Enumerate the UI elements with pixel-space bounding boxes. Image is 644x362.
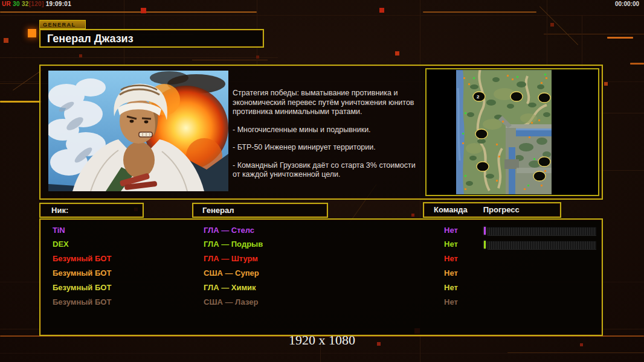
player-nick: Безумный БОТ	[53, 266, 111, 281]
circuit-square	[604, 82, 608, 86]
player-team: Нет	[444, 237, 458, 252]
loading-screen: UR 30 32[120] 19:09:01 00:00:00 GENERAL …	[0, 0, 644, 362]
minimap-panel: 2	[425, 68, 599, 196]
progress-tick	[484, 227, 486, 235]
circuit-line	[0, 353, 644, 354]
circuit-square	[28, 29, 36, 37]
minimap: 2	[456, 70, 552, 194]
strategy-paragraph: Стратегия победы: выматывание противника…	[233, 89, 421, 117]
player-nick: Безумный БОТ	[53, 295, 111, 310]
circuit-trace	[630, 63, 644, 65]
player-row: Безумный БОТ США — Лазер Нет	[40, 295, 602, 310]
column-header-team-label: Команда	[434, 205, 468, 214]
progress-track	[488, 241, 596, 250]
portrait-illustration	[48, 71, 228, 191]
debug-value-1: 30	[13, 1, 20, 7]
general-info-panel: Стратегия победы: выматывание противника…	[39, 65, 603, 200]
debug-readout: UR 30 32[120] 19:09:01	[2, 1, 71, 7]
player-general: ГЛА — Подрыв	[204, 237, 263, 252]
debug-bracket: [120]	[29, 1, 44, 7]
debug-ur: UR	[2, 1, 11, 7]
player-nick: TiN	[53, 223, 65, 238]
player-general: США — Супер	[204, 266, 259, 281]
circuit-square	[395, 51, 399, 56]
player-team: Нет	[444, 266, 458, 281]
general-portrait	[48, 71, 228, 191]
strategy-paragraph: - Командный Грузовик даёт со старта 3% с…	[233, 161, 421, 180]
player-general: ГЛА — Штурм	[204, 252, 258, 266]
strategy-description: Стратегия победы: выматывание противника…	[233, 89, 421, 188]
player-general: США — Лазер	[204, 295, 258, 310]
progress-tick	[484, 241, 486, 249]
circuit-diagonal	[13, 69, 43, 91]
player-nick: Безумный БОТ	[53, 252, 111, 266]
page-title: Генерал Джазиз	[40, 30, 263, 45]
circuit-diagonal	[539, 6, 578, 45]
player-team: Нет	[444, 281, 458, 295]
circuit-square	[411, 214, 414, 217]
column-header-team-progress: КомандаПрогресс	[423, 202, 561, 218]
circuit-trace	[607, 37, 633, 39]
circuit-trace	[0, 11, 257, 13]
player-row: TiN ГЛА — Стелс Нет	[40, 223, 602, 238]
progress-track	[488, 227, 596, 236]
player-row: Безумный БОТ ГЛА — Химик Нет	[40, 281, 602, 295]
circuit-trace	[0, 101, 41, 103]
player-team: Нет	[444, 295, 458, 310]
circuit-square	[79, 54, 82, 57]
circuit-line	[0, 57, 278, 58]
player-team: Нет	[444, 252, 458, 266]
player-row: Безумный БОТ США — Супер Нет	[40, 266, 602, 281]
resolution-label: 1920 x 1080	[0, 332, 644, 348]
player-nick: DEX	[53, 237, 69, 252]
general-title-box: Генерал Джазиз	[39, 29, 264, 48]
circuit-square	[141, 8, 146, 13]
circuit-square	[4, 38, 8, 43]
debug-value-2: 32	[22, 1, 29, 7]
player-row: Безумный БОТ ГЛА — Штурм Нет	[40, 252, 602, 266]
general-tab-label: GENERAL	[39, 20, 86, 29]
minimap-start-marker: 2	[477, 94, 480, 100]
circuit-trace	[507, 352, 644, 353]
column-header-general: Генерал	[192, 203, 328, 218]
circuit-line	[547, 0, 547, 66]
column-header-general-label: Генерал	[202, 206, 234, 215]
circuit-square	[379, 8, 384, 13]
strategy-paragraph: - Многочисленные мины и подрывники.	[233, 125, 421, 135]
column-header-progress-label: Прогресс	[483, 203, 520, 217]
debug-clock: 19:09:01	[46, 1, 71, 7]
player-general: ГЛА — Химик	[204, 281, 256, 295]
player-row: DEX ГЛА — Подрыв Нет	[40, 237, 602, 252]
circuit-trace	[423, 11, 536, 13]
circuit-square	[256, 56, 259, 59]
circuit-line	[544, 34, 644, 34]
column-header-nick: Ник:	[39, 203, 144, 218]
player-general: ГЛА — Стелс	[204, 223, 254, 238]
strategy-paragraph: - БТР-50 Инженер минирует территории.	[233, 143, 421, 153]
column-header-nick-label: Ник:	[51, 206, 68, 215]
game-timer: 00:00:00	[615, 1, 639, 7]
player-team: Нет	[444, 223, 458, 238]
players-table: TiN ГЛА — Стелс Нет DEX ГЛА — Подрыв Нет…	[39, 218, 603, 336]
player-nick: Безумный БОТ	[53, 281, 111, 295]
progress-bar	[484, 241, 596, 249]
circuit-square	[550, 23, 554, 27]
progress-bar	[484, 227, 596, 235]
